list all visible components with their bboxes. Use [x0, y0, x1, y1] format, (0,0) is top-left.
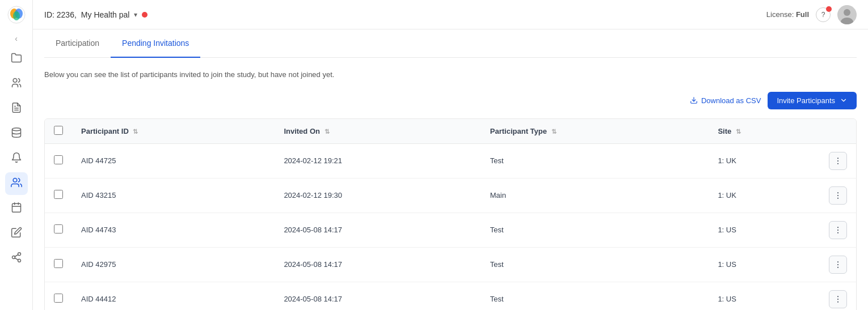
sidebar-collapse-button[interactable]: ‹ — [0, 32, 32, 45]
cell-actions — [820, 282, 856, 310]
more-icon — [833, 226, 842, 235]
header-right: License: Full ? — [766, 5, 857, 24]
cell-actions — [820, 178, 856, 213]
sidebar-item-edit[interactable] — [5, 222, 28, 245]
download-icon — [690, 96, 698, 104]
license-value: Full — [796, 10, 809, 19]
sidebar-item-database[interactable] — [5, 122, 28, 145]
row-checkbox-cell — [45, 143, 72, 178]
tab-participation[interactable]: Participation — [44, 29, 111, 58]
group-icon — [11, 77, 22, 91]
row-checkbox-2[interactable] — [54, 224, 63, 233]
folder-icon — [11, 52, 22, 66]
svg-point-19 — [844, 9, 850, 16]
col-participant-type: Participant Type ⇅ — [481, 119, 709, 144]
download-csv-button[interactable]: Download as CSV — [690, 96, 761, 105]
row-checkbox-cell — [45, 247, 72, 282]
study-dropdown-icon[interactable]: ▾ — [134, 11, 137, 19]
sort-participant-id-icon[interactable]: ⇅ — [133, 128, 138, 135]
svg-point-23 — [837, 160, 838, 162]
row-checkbox-4[interactable] — [54, 294, 63, 303]
row-checkbox-cell — [45, 213, 72, 247]
cell-site: 1: US — [709, 247, 820, 282]
help-button[interactable]: ? — [816, 7, 831, 22]
sidebar-item-bell[interactable] — [5, 147, 28, 170]
row-checkbox-1[interactable] — [54, 190, 63, 199]
cell-participant-id: AID 44412 — [72, 282, 275, 310]
svg-point-22 — [837, 158, 838, 159]
header-left: ID: 2236, My Health pal ▾ — [44, 10, 148, 19]
cell-invited-on: 2024-05-08 14:17 — [275, 213, 481, 247]
help-icon: ? — [821, 11, 825, 19]
cell-site: 1: UK — [709, 178, 820, 213]
svg-point-24 — [837, 163, 838, 164]
table-row: AID 44725 2024-02-12 19:21 Test 1: UK — [45, 143, 856, 178]
select-all-checkbox[interactable] — [54, 126, 63, 135]
document-icon — [11, 102, 22, 116]
license-label: License: Full — [766, 10, 809, 19]
sort-site-icon[interactable]: ⇅ — [736, 128, 741, 135]
table-row: AID 44412 2024-05-08 14:17 Test 1: US — [45, 282, 856, 310]
row-checkbox-cell — [45, 178, 72, 213]
svg-point-7 — [12, 128, 20, 130]
svg-point-3 — [13, 11, 20, 20]
sort-participant-type-icon[interactable]: ⇅ — [551, 128, 557, 135]
cell-participant-type: Main — [481, 178, 709, 213]
main-content: ID: 2236, My Health pal ▾ License: Full … — [33, 0, 868, 310]
row-action-button-2[interactable] — [829, 221, 847, 239]
avatar[interactable] — [837, 5, 857, 24]
cell-invited-on: 2024-02-12 19:30 — [275, 178, 481, 213]
row-checkbox-0[interactable] — [54, 155, 63, 164]
svg-point-30 — [837, 232, 838, 233]
cell-site: 1: US — [709, 213, 820, 247]
svg-point-31 — [837, 261, 838, 262]
sidebar-item-group[interactable] — [5, 73, 28, 95]
invite-label: Invite Participants — [777, 96, 835, 105]
sort-invited-on-icon[interactable]: ⇅ — [325, 128, 330, 135]
svg-point-33 — [837, 266, 838, 267]
download-csv-label: Download as CSV — [701, 96, 761, 105]
help-badge — [826, 6, 832, 12]
cell-participant-id: AID 44725 — [72, 143, 275, 178]
app-logo — [6, 5, 27, 25]
study-id: ID: 2236, — [44, 10, 77, 19]
col-site: Site ⇅ — [709, 119, 820, 144]
tab-pending-invitations[interactable]: Pending Invitations — [111, 29, 200, 58]
more-icon — [833, 295, 842, 304]
svg-point-28 — [837, 227, 838, 228]
select-all-header — [45, 119, 72, 144]
col-invited-on: Invited On ⇅ — [275, 119, 481, 144]
more-icon — [833, 260, 842, 269]
study-name: My Health pal — [81, 10, 130, 19]
sidebar-item-document[interactable] — [5, 97, 28, 120]
cell-invited-on: 2024-02-12 19:21 — [275, 143, 481, 178]
table-row: AID 44743 2024-05-08 14:17 Test 1: US — [45, 213, 856, 247]
cell-invited-on: 2024-05-08 14:17 — [275, 247, 481, 282]
svg-point-25 — [837, 192, 838, 193]
svg-point-32 — [837, 264, 838, 265]
row-action-button-3[interactable] — [829, 256, 847, 274]
cell-invited-on: 2024-05-08 14:17 — [275, 282, 481, 310]
more-icon — [833, 191, 842, 200]
row-action-button-4[interactable] — [829, 290, 847, 308]
svg-point-29 — [837, 230, 838, 231]
svg-rect-9 — [12, 203, 20, 212]
sidebar-item-share[interactable] — [5, 247, 28, 270]
sidebar-item-calendar[interactable] — [5, 197, 28, 220]
cell-participant-type: Test — [481, 247, 709, 282]
svg-line-16 — [15, 258, 18, 260]
invite-participants-button[interactable]: Invite Participants — [768, 92, 857, 109]
svg-point-27 — [837, 197, 838, 198]
row-checkbox-3[interactable] — [54, 259, 63, 268]
svg-point-4 — [13, 78, 17, 82]
row-action-button-0[interactable] — [829, 152, 847, 170]
cell-actions — [820, 213, 856, 247]
sidebar-item-folder[interactable] — [5, 48, 28, 70]
calendar-icon — [11, 202, 22, 216]
cell-participant-id: AID 43215 — [72, 178, 275, 213]
col-actions — [820, 119, 856, 144]
sidebar-item-users[interactable] — [5, 172, 28, 195]
cell-actions — [820, 247, 856, 282]
invite-chevron-icon — [840, 96, 848, 104]
row-action-button-1[interactable] — [829, 186, 847, 205]
